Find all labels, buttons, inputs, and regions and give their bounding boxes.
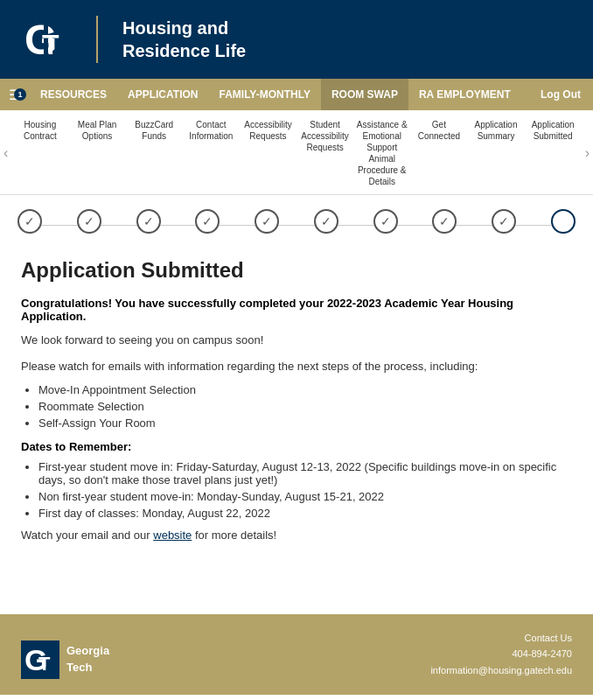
steps-next-arrow[interactable]: › xyxy=(582,145,593,161)
footer-phone: 404-894-2470 xyxy=(430,646,572,662)
header: G T Housing and Residence Life xyxy=(0,0,593,79)
dates-list: First-year student move in: Friday-Satur… xyxy=(38,460,572,520)
next-step-3: Self-Assign Your Room xyxy=(38,416,572,430)
progress-row: ✓ ✓ ✓ ✓ ✓ ✓ ✓ ✓ ✓ xyxy=(0,195,593,241)
footer-contact-label: Contact Us xyxy=(430,630,572,647)
looking-forward-text: We look forward to seeing you on campus … xyxy=(21,332,572,349)
steps-list: Housing Contract Meal Plan Options BuzzC… xyxy=(11,116,581,191)
logout-button[interactable]: Log Out xyxy=(528,88,593,101)
footer-logo: G T Georgia Tech xyxy=(21,640,109,679)
gt-logo-svg: G T xyxy=(17,12,72,66)
header-title: Housing and Residence Life xyxy=(122,17,246,62)
date-1: First-year student move in: Friday-Satur… xyxy=(38,460,572,486)
svg-text:T: T xyxy=(42,29,59,60)
progress-dot-2[interactable]: ✓ xyxy=(77,209,101,234)
nav-bar: ☰ 1 RESOURCES APPLICATION FAMILY-MONTHLY… xyxy=(0,79,593,110)
date-3: First day of classes: Monday, August 22,… xyxy=(38,507,572,520)
progress-dot-1[interactable]: ✓ xyxy=(17,209,42,234)
steps-prev-arrow[interactable]: ‹ xyxy=(0,145,11,161)
step-accessibility[interactable]: Accessibility Requests xyxy=(240,116,296,191)
nav-item-application[interactable]: APPLICATION xyxy=(117,79,208,110)
hamburger-menu[interactable]: ☰ 1 xyxy=(0,87,30,103)
step-get-connected[interactable]: Get Connected xyxy=(410,116,467,191)
footer-email: information@housing.gatech.edu xyxy=(430,662,572,679)
progress-dot-5[interactable]: ✓ xyxy=(255,209,279,234)
nav-badge: 1 xyxy=(14,88,26,101)
header-divider xyxy=(96,16,98,63)
congrats-text: Congratulations! You have successfully c… xyxy=(21,297,572,323)
step-buzzcard[interactable]: BuzzCard Funds xyxy=(126,116,183,191)
svg-text:T: T xyxy=(38,653,51,675)
step-meal-plan[interactable]: Meal Plan Options xyxy=(68,116,125,191)
footer-gt-logo-svg: G T xyxy=(21,640,59,679)
progress-dot-9[interactable]: ✓ xyxy=(492,209,516,234)
nav-item-family-monthly[interactable]: FAMILY-MONTHLY xyxy=(208,79,320,110)
nav-items: RESOURCES APPLICATION FAMILY-MONTHLY ROO… xyxy=(30,79,528,110)
step-student-accessibility[interactable]: Student Accessibility Requests xyxy=(296,116,353,191)
progress-dot-3[interactable]: ✓ xyxy=(136,209,161,234)
watch-email-prefix: Watch your email and our xyxy=(21,528,153,542)
watch-email-suffix: for more details! xyxy=(192,528,276,542)
next-steps-list: Move-In Appointment Selection Roommate S… xyxy=(38,383,572,430)
page-title: Application Submitted xyxy=(21,258,572,283)
progress-dot-10[interactable] xyxy=(551,209,576,234)
watch-text: Please watch for emails with information… xyxy=(21,358,572,375)
step-application-summary[interactable]: Application Summary xyxy=(467,116,524,191)
nav-item-resources[interactable]: RESOURCES xyxy=(30,79,117,110)
progress-dot-8[interactable]: ✓ xyxy=(432,209,457,234)
progress-dot-4[interactable]: ✓ xyxy=(195,209,220,234)
dates-header: Dates to Remember: xyxy=(21,440,572,453)
step-assistance[interactable]: Assistance & Emotional Support Animal Pr… xyxy=(353,116,410,191)
watch-email-text: Watch your email and our website for mor… xyxy=(21,527,572,544)
step-housing-contract[interactable]: Housing Contract xyxy=(11,116,68,191)
steps-container: ‹ Housing Contract Meal Plan Options Buz… xyxy=(0,110,593,195)
nav-item-room-swap[interactable]: ROOM SWAP xyxy=(321,79,408,110)
footer: G T Georgia Tech Contact Us 404-894-2470… xyxy=(0,614,593,695)
footer-contact: Contact Us 404-894-2470 information@hous… xyxy=(430,630,572,679)
next-step-1: Move-In Appointment Selection xyxy=(38,383,572,396)
footer-title: Georgia Tech xyxy=(66,643,109,675)
header-logo: G T Housing and Residence Life xyxy=(17,12,246,66)
gt-logo: G T xyxy=(17,12,72,66)
next-step-2: Roommate Selection xyxy=(38,400,572,413)
website-link[interactable]: website xyxy=(153,528,192,542)
date-2: Non first-year student move-in: Monday-S… xyxy=(38,490,572,503)
nav-item-ra-employment[interactable]: RA EMPLOYMENT xyxy=(408,79,521,110)
progress-dot-6[interactable]: ✓ xyxy=(314,209,338,234)
progress-dot-7[interactable]: ✓ xyxy=(373,209,398,234)
step-contact[interactable]: Contact Information xyxy=(183,116,240,191)
main-content: Application Submitted Congratulations! Y… xyxy=(0,241,593,579)
progress-dots: ✓ ✓ ✓ ✓ ✓ ✓ ✓ ✓ ✓ xyxy=(17,209,576,234)
step-application-submitted[interactable]: Application Submitted xyxy=(525,116,582,191)
